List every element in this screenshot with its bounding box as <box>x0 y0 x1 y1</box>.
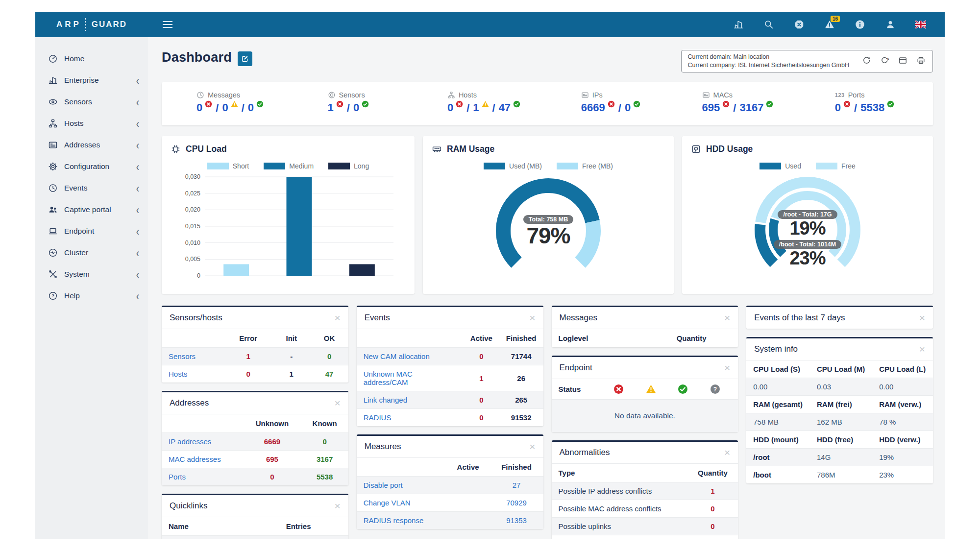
close-icon[interactable]: × <box>334 314 340 322</box>
system-icon <box>48 269 64 279</box>
sidebar-item-events[interactable]: Events‹ <box>35 177 148 199</box>
close-icon[interactable]: × <box>724 449 730 456</box>
card-events-last-7-days: Events of the last 7 days × <box>746 306 933 329</box>
addresses-icon <box>48 140 64 150</box>
warning-badge-icon <box>646 384 656 394</box>
column-header: Type <box>552 464 687 482</box>
sidebar-item-home[interactable]: Home <box>35 48 148 70</box>
table-cell: 0 <box>327 352 331 360</box>
stat-values-sensors[interactable]: 1/0 <box>328 102 387 115</box>
refresh-s-icon[interactable]: s <box>880 56 889 67</box>
svg-text:0,030: 0,030 <box>185 173 200 180</box>
card-title: Abnormalities <box>560 448 610 457</box>
summary-stats-card: Messages 0/0/0 Sensors 1/0 Hosts 0/1/47 … <box>162 82 933 125</box>
sidebar-item-system[interactable]: System‹ <box>35 264 148 285</box>
sidebar-item-label: Endpoint <box>64 227 94 236</box>
stat-value: 47 <box>499 102 511 114</box>
table-cell: HDD (verw.) <box>879 435 920 444</box>
sidebar-item-captive-portal[interactable]: Captive portal‹ <box>35 199 148 220</box>
table-cell[interactable]: Disable port <box>364 481 403 489</box>
stat-label: Sensors <box>339 91 365 99</box>
close-icon[interactable]: × <box>724 364 730 372</box>
ram-usage-gauge: Total: 758 MB 79% <box>432 170 665 283</box>
table-cell: 1 <box>290 370 294 378</box>
widget-column-3: Messages ×LoglevelQuantity Endpoint × St… <box>552 306 738 539</box>
chevron-left-icon: ‹ <box>136 182 139 194</box>
domain-info: Current domain: Main location Current co… <box>687 53 849 70</box>
stat-values-ips[interactable]: 6669/0 <box>581 102 640 115</box>
stat-values-messages[interactable]: 0/0/0 <box>196 102 264 115</box>
table-cell: 0 <box>479 413 483 422</box>
stat-values-ports[interactable]: 0/5538 <box>835 102 894 115</box>
stat-ips: IPs 6669/0 <box>547 91 674 115</box>
card-title: Sensors/hosts <box>170 313 222 323</box>
app-window: ARP GUARD 16 HomeEnterprise‹Sensors‹Host… <box>35 12 945 539</box>
table-cell[interactable]: MAC addresses <box>169 455 221 463</box>
close-icon[interactable]: × <box>529 443 535 451</box>
svg-text:0,015: 0,015 <box>185 223 200 230</box>
sidebar-item-hosts[interactable]: Hosts‹ <box>35 113 148 134</box>
sidebar-item-sensors[interactable]: Sensors‹ <box>35 91 148 113</box>
close-icon[interactable]: × <box>724 314 730 322</box>
edit-dashboard-button[interactable] <box>238 51 252 66</box>
sidebar-item-help[interactable]: ?Help‹ <box>35 285 148 307</box>
info-icon[interactable] <box>855 19 865 30</box>
table-cell[interactable]: Unknown MAC address/CAM <box>364 370 413 386</box>
table-cell[interactable]: Hosts <box>169 370 187 378</box>
ok-badge-icon <box>513 100 520 108</box>
card-table: ActiveFinishedDisable port27Change VLAN7… <box>357 457 543 529</box>
sidebar-item-addresses[interactable]: Addresses‹ <box>35 134 148 156</box>
menu-toggle-icon[interactable] <box>163 19 172 30</box>
sidebar-item-endpoint[interactable]: Endpoint‹ <box>35 220 148 242</box>
sidebar-item-enterprise[interactable]: Enterprise‹ <box>35 70 148 91</box>
close-icon[interactable]: × <box>529 314 535 322</box>
stat-values-macs[interactable]: 695/3167 <box>702 102 774 115</box>
table-cell[interactable]: RADIUS <box>364 413 392 422</box>
card-table: TypeQuantityPossible IP address conflict… <box>552 463 738 539</box>
table-cell[interactable]: IP addresses <box>169 437 211 446</box>
column-header: Init <box>272 329 310 348</box>
user-icon[interactable] <box>885 19 896 30</box>
sidebar-item-label: Help <box>64 291 80 300</box>
table-cell: 6669 <box>264 437 280 446</box>
table-row: /root14G19% <box>746 449 933 466</box>
table-cell[interactable]: RADIUS response <box>364 516 424 525</box>
sidebar-item-cluster[interactable]: Cluster‹ <box>35 242 148 264</box>
errors-icon[interactable] <box>794 19 805 30</box>
close-icon[interactable]: × <box>919 314 925 322</box>
current-domain-box: Current domain: Main location Current co… <box>681 50 933 72</box>
table-cell[interactable]: Link changed <box>364 396 407 404</box>
stat-values-hosts[interactable]: 0/1/47 <box>447 102 520 115</box>
events-icon <box>48 183 64 193</box>
language-flag-uk-icon[interactable] <box>915 19 926 30</box>
refresh-icon[interactable] <box>862 56 871 67</box>
table-cell[interactable]: 27 <box>513 481 521 489</box>
table-cell[interactable]: 91353 <box>506 516 527 525</box>
table-row: Possible MAC address conflicts0 <box>552 500 738 518</box>
legend-label: Used <box>785 162 801 170</box>
chevron-left-icon: ‹ <box>136 96 139 108</box>
table-cell: 23% <box>879 471 894 479</box>
warnings-icon[interactable]: 16 <box>824 19 835 30</box>
printer-icon[interactable] <box>916 56 926 67</box>
table-cell[interactable]: Change VLAN <box>364 499 411 507</box>
warning-count-badge: 16 <box>831 16 840 22</box>
close-icon[interactable]: × <box>334 399 340 407</box>
arp-guard-logo: ARP GUARD <box>35 18 148 31</box>
enterprise-stats-icon[interactable] <box>733 19 744 30</box>
ram-usage-card: RAM UsageUsed (MB)Free (MB) Total: 758 M… <box>423 136 674 294</box>
close-icon[interactable]: × <box>919 345 925 353</box>
table-row: HDD (mount)HDD (free)HDD (verw.) <box>746 431 933 449</box>
home-icon <box>48 54 64 64</box>
sidebar-item-configuration[interactable]: Configuration‹ <box>35 156 148 177</box>
table-row: Possible uplinks0 <box>552 518 738 535</box>
table-cell[interactable]: New CAM allocation <box>364 352 430 360</box>
table-cell: RAM (verw.) <box>879 400 921 408</box>
close-icon[interactable]: × <box>334 502 340 510</box>
window-icon[interactable] <box>898 56 907 67</box>
table-cell[interactable]: Sensors <box>169 352 196 360</box>
search-icon[interactable] <box>763 19 774 30</box>
table-cell[interactable]: 70929 <box>506 499 527 507</box>
table-cell[interactable]: Ports <box>169 473 186 481</box>
cpu-load-chart: 00,0050,0100,0150,0200,0250,030 <box>171 170 406 287</box>
